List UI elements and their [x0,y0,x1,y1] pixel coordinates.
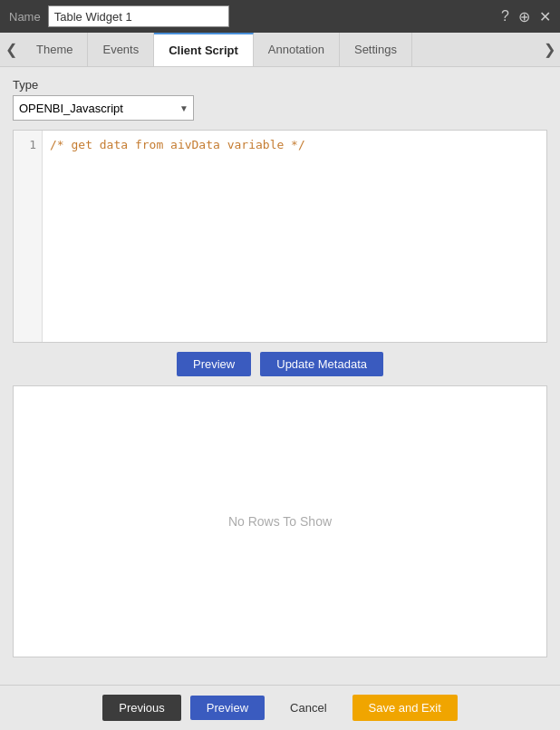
name-input[interactable] [48,5,229,27]
tab-settings[interactable]: Settings [340,33,412,66]
close-icon[interactable]: ✕ [539,8,551,25]
main-content: Type OPENBI_Javascript Custom 1 /* get d… [0,67,560,677]
tab-events[interactable]: Events [88,33,154,66]
type-section: Type OPENBI_Javascript Custom [13,78,547,121]
save-exit-button[interactable]: Save and Exit [352,695,458,721]
tab-client-script[interactable]: Client Script [154,33,254,66]
update-metadata-button[interactable]: Update Metadata [260,352,383,376]
tab-bar: ❮ Theme Events Client Script Annotation … [0,33,560,67]
title-icons: ? ⊕ ✕ [501,8,551,25]
tab-next-arrow[interactable]: ❯ [538,33,560,66]
tab-annotation[interactable]: Annotation [254,33,340,66]
code-content[interactable]: /* get data from aivData variable */ [43,131,546,342]
empty-message: No Rows To Show [228,514,332,529]
line-number-1: 1 [19,138,36,151]
action-buttons: Preview Update Metadata [13,352,547,376]
preview-button[interactable]: Preview [177,352,251,376]
tabs: Theme Events Client Script Annotation Se… [22,33,538,66]
code-editor: 1 /* get data from aivData variable */ [13,130,547,343]
type-select[interactable]: OPENBI_Javascript Custom [13,95,194,121]
cancel-button[interactable]: Cancel [274,695,343,721]
move-icon[interactable]: ⊕ [518,8,530,25]
name-label: Name [9,10,41,24]
type-label: Type [13,78,547,92]
grid-area: No Rows To Show [13,385,547,657]
bottom-bar: Previous Preview Cancel Save and Exit [0,685,560,730]
help-icon[interactable]: ? [501,8,509,25]
tab-theme[interactable]: Theme [22,33,88,66]
type-select-wrapper: OPENBI_Javascript Custom [13,95,194,121]
tab-prev-arrow[interactable]: ❮ [0,33,22,66]
previous-button[interactable]: Previous [102,695,181,721]
line-numbers: 1 [14,131,43,342]
bottom-preview-button[interactable]: Preview [190,696,265,720]
title-bar: Name ? ⊕ ✕ [0,0,560,33]
